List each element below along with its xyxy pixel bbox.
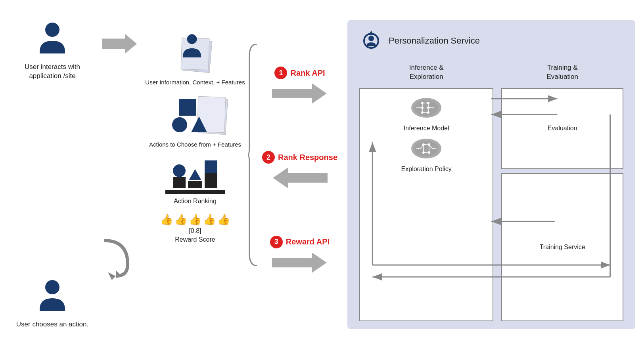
user-top-icon xyxy=(34,20,70,57)
left-section: User interacts with application /site Us… xyxy=(9,20,96,329)
action-ranking-block: Action Ranking xyxy=(165,160,225,206)
thumb-1: 👍 xyxy=(160,214,173,226)
svg-point-27 xyxy=(421,107,424,109)
features-section: User Information, Context, + Features Ac… xyxy=(144,20,247,329)
thumb-2: 👍 xyxy=(174,214,187,226)
user-top-block: User interacts with application /site xyxy=(9,20,96,81)
ps-title: Personalization Service xyxy=(389,36,480,46)
svg-point-0 xyxy=(45,23,59,37)
svg-point-44 xyxy=(428,143,430,146)
thumb-4: 👍 xyxy=(203,214,216,226)
inference-exploration-box: Inference Model xyxy=(359,88,493,321)
svg-point-45 xyxy=(422,151,425,154)
user-info-label: User Information, Context, + Features xyxy=(145,78,245,86)
svg-point-30 xyxy=(427,102,429,104)
rank-response-arrow xyxy=(272,166,328,190)
svg-rect-1 xyxy=(40,50,65,53)
inference-exploration-col: Inference & Exploration xyxy=(359,63,493,321)
svg-point-43 xyxy=(422,143,425,146)
svg-marker-10 xyxy=(189,169,201,180)
rank-api-label: Rank API xyxy=(290,69,325,78)
reward-api-block: 3 Reward API xyxy=(270,236,330,275)
personalization-section: Personalization Service Inference & Expl… xyxy=(347,20,635,329)
reward-api-arrow xyxy=(272,251,328,275)
svg-rect-8 xyxy=(183,55,201,57)
svg-point-28 xyxy=(427,107,429,109)
reward-value-label: [0.8] xyxy=(189,227,201,235)
diagram-container: User interacts with application /site Us… xyxy=(9,8,635,341)
svg-marker-15 xyxy=(369,31,374,35)
svg-marker-9 xyxy=(191,116,207,132)
evaluation-box: Evaluation xyxy=(501,88,623,169)
training-service-box: Training Service xyxy=(501,173,623,321)
svg-marker-13 xyxy=(272,252,327,273)
user-bottom-icon xyxy=(34,278,70,315)
svg-point-16 xyxy=(368,36,374,41)
ranking-visual xyxy=(173,160,217,188)
reward-score-label: Reward Score xyxy=(175,235,215,244)
user-bottom-block: User chooses an action. xyxy=(16,278,88,329)
svg-point-2 xyxy=(45,280,59,294)
inference-col-title: Inference & Exploration xyxy=(409,63,444,82)
inference-model-label: Inference Model xyxy=(404,125,449,132)
te-boxes: Evaluation Training Service xyxy=(501,88,623,321)
thumb-3: 👍 xyxy=(189,214,201,226)
api-arrows-section: 1 Rank API 2 Rank Response 3 Reward API xyxy=(260,20,339,329)
action-ranking-label: Action Ranking xyxy=(174,197,217,206)
ps-icon xyxy=(359,28,383,53)
user-top-label: User interacts with application /site xyxy=(9,62,96,81)
actions-label: Actions to Choose from + Features xyxy=(149,140,241,149)
training-col-title: Training & Evaluation xyxy=(546,63,578,82)
arrow-right-top xyxy=(102,32,138,57)
svg-point-46 xyxy=(428,151,430,154)
svg-point-7 xyxy=(187,34,197,44)
svg-point-29 xyxy=(421,102,424,104)
reward-api-label: Reward API xyxy=(286,237,330,246)
svg-rect-3 xyxy=(40,308,65,311)
thumb-5: 👍 xyxy=(217,214,230,226)
curly-brace xyxy=(247,44,259,266)
inference-model-icon xyxy=(408,95,444,121)
reward-block: 👍 👍 👍 👍 👍 [0.8] Reward Score xyxy=(160,214,230,244)
reward-api-circle: 3 xyxy=(270,236,283,248)
svg-marker-11 xyxy=(272,83,327,104)
user-bottom-label: User chooses an action. xyxy=(16,320,88,329)
svg-point-32 xyxy=(427,111,429,114)
rank-api-row: 1 Rank API xyxy=(274,67,325,79)
exploration-policy-label: Exploration Policy xyxy=(401,166,452,173)
rank-api-arrow xyxy=(272,82,328,105)
rank-response-circle: 2 xyxy=(262,151,275,164)
reward-api-row: 3 Reward API xyxy=(270,236,330,248)
svg-marker-12 xyxy=(273,168,328,188)
actions-block: Actions to Choose from + Features xyxy=(149,94,241,149)
svg-marker-5 xyxy=(108,272,116,280)
training-evaluation-col: Training & Evaluation Evaluation Trainin… xyxy=(501,63,623,321)
thumbs-row: 👍 👍 👍 👍 👍 xyxy=(160,214,230,226)
rank-response-block: 2 Rank Response xyxy=(262,151,337,190)
rank-response-label: Rank Response xyxy=(278,153,337,162)
rank-api-circle: 1 xyxy=(274,67,287,79)
exploration-policy-icon xyxy=(408,136,444,162)
ps-title-row: Personalization Service xyxy=(359,28,623,53)
user-info-block: User Information, Context, + Features xyxy=(145,32,245,86)
svg-marker-4 xyxy=(102,34,137,53)
rank-api-block: 1 Rank API xyxy=(272,67,328,105)
rank-response-row: 2 Rank Response xyxy=(262,151,337,164)
curved-arrow-bottom xyxy=(96,233,144,282)
svg-point-31 xyxy=(421,111,424,114)
